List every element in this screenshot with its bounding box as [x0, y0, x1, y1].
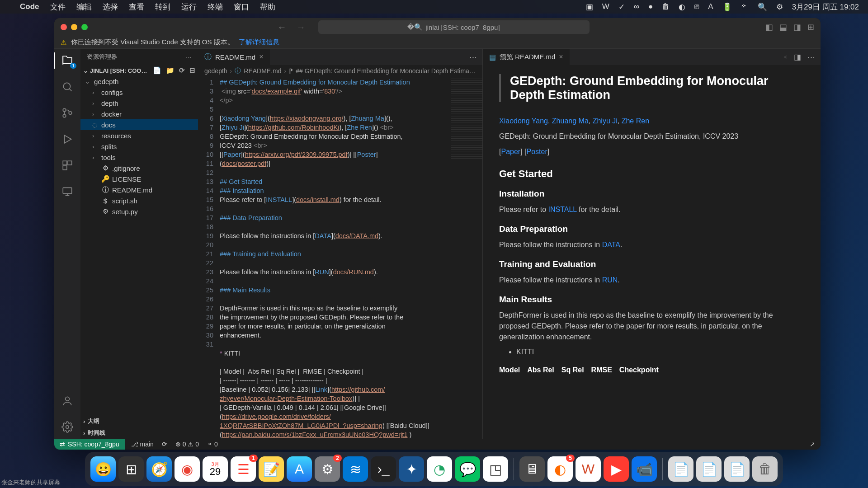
menu-view[interactable]: 查看: [129, 2, 144, 12]
dock-launchpad[interactable]: ⊞: [118, 456, 144, 482]
breadcrumb[interactable]: gedepth › ⓘ README.md › ⁋ ## GEDepth: Gr…: [198, 65, 482, 77]
status-icon-5[interactable]: ●: [648, 2, 653, 11]
status-icon-7[interactable]: ⎚: [694, 2, 699, 11]
dock-wps[interactable]: W: [576, 456, 601, 482]
dock-doc2[interactable]: 📄: [696, 456, 722, 482]
sidebar-more-icon[interactable]: ⋯: [186, 54, 192, 61]
author-link[interactable]: Zhuang Ma: [552, 117, 589, 125]
activity-explorer[interactable]: 1: [60, 53, 75, 68]
status-icon-3[interactable]: ✓: [618, 2, 625, 12]
dock-app2[interactable]: ◔: [427, 456, 452, 482]
breadcrumb-folder[interactable]: gedepth: [204, 67, 227, 75]
nav-back-icon[interactable]: ←: [278, 22, 287, 33]
layout-sidebar-left-icon[interactable]: ◧: [765, 22, 773, 32]
tree-item-script-sh[interactable]: $script.sh: [80, 195, 198, 206]
layout-panel-icon[interactable]: ⬓: [779, 22, 787, 32]
new-folder-icon[interactable]: 📁: [166, 66, 175, 75]
control-center-icon[interactable]: ⚙: [776, 2, 783, 12]
tab-readme[interactable]: ⓘ README.md ×: [198, 49, 270, 65]
dock-settings[interactable]: ⚙2: [315, 456, 340, 482]
dock-app6[interactable]: ▶: [604, 456, 629, 482]
activity-extensions[interactable]: [60, 158, 75, 173]
status-icon-4[interactable]: ∞: [634, 2, 639, 11]
timeline-section[interactable]: › 时间线: [80, 427, 198, 439]
tree-item--gitignore[interactable]: ⚙.gitignore: [80, 163, 198, 174]
author-link[interactable]: Zhe Ren: [622, 117, 649, 125]
command-center[interactable]: �🔍 jinlai [SSH: coop7_8gpu]: [318, 20, 590, 34]
dock-chrome[interactable]: ◉: [175, 456, 200, 482]
status-icon-2[interactable]: W: [602, 2, 609, 11]
activity-remote[interactable]: [60, 184, 75, 199]
window-close-button[interactable]: [61, 24, 67, 30]
dock-app5[interactable]: ◐5: [547, 456, 573, 482]
close-icon[interactable]: ×: [559, 53, 563, 61]
window-minimize-button[interactable]: [71, 24, 77, 30]
dock-notes[interactable]: 📝: [259, 456, 284, 482]
open-side-icon[interactable]: ◨: [794, 52, 801, 62]
menu-edit[interactable]: 编辑: [76, 2, 92, 12]
menu-terminal[interactable]: 终端: [208, 2, 223, 12]
dock-appstore[interactable]: A: [287, 456, 312, 482]
dock-app4[interactable]: 🖥: [519, 456, 545, 482]
layout-customize-icon[interactable]: ⊞: [807, 22, 814, 32]
code-editor[interactable]: 1345678910111213141516171819202122232425…: [198, 77, 482, 439]
battery-icon[interactable]: 🔋: [722, 2, 732, 12]
nav-forward-icon[interactable]: →: [297, 22, 306, 33]
activity-settings[interactable]: [60, 420, 75, 434]
activity-account[interactable]: [60, 394, 75, 408]
branch-indicator[interactable]: ⎇ main: [131, 441, 154, 448]
dock-zoom[interactable]: 📹: [632, 456, 657, 482]
feedback-icon[interactable]: ↗: [810, 441, 815, 448]
breadcrumb-file[interactable]: README.md: [244, 67, 281, 75]
new-file-icon[interactable]: 📄: [153, 66, 161, 75]
dock-safari[interactable]: 🧭: [146, 456, 172, 482]
activity-scm[interactable]: [60, 106, 75, 120]
window-maximize-button[interactable]: [81, 24, 88, 30]
breadcrumb-symbol[interactable]: ## GEDepth: Ground Embedding for Monocul…: [296, 67, 476, 75]
dock-app3[interactable]: ◳: [483, 456, 508, 482]
dock-doc3[interactable]: 📄: [724, 456, 750, 482]
tree-item-LICENSE[interactable]: 🔑LICENSE: [80, 174, 198, 184]
author-link[interactable]: Zhiyu Ji: [593, 117, 618, 125]
tree-item-setup-py[interactable]: ⚙setup.py: [80, 206, 198, 217]
tree-item-tools[interactable]: ›tools: [80, 152, 198, 163]
dock-wechat[interactable]: 💬: [455, 456, 480, 482]
layout-sidebar-right-icon[interactable]: ◨: [793, 22, 801, 32]
dock-trash[interactable]: 🗑: [752, 456, 778, 482]
collapse-icon[interactable]: ⊟: [189, 66, 195, 75]
activity-debug[interactable]: [60, 132, 75, 146]
wifi-icon[interactable]: ᯤ: [741, 2, 749, 11]
tree-item-depth[interactable]: ›depth: [80, 98, 198, 108]
poster-link[interactable]: Poster: [527, 148, 547, 155]
problems-indicator[interactable]: ⊗ 0 ⚠ 0: [175, 441, 199, 448]
more-icon[interactable]: ⋯: [807, 52, 815, 62]
run-link[interactable]: RUN: [602, 276, 618, 284]
author-link[interactable]: Xiaodong Yang: [499, 117, 548, 125]
trash-icon[interactable]: 🗑: [662, 2, 670, 11]
editor-more-icon[interactable]: ⋯: [469, 52, 477, 62]
tree-item-README-md[interactable]: ⓘREADME.md: [80, 184, 198, 195]
markdown-preview[interactable]: GEDepth: Ground Embedding for Monocular …: [483, 65, 821, 439]
menu-goto[interactable]: 转到: [155, 2, 170, 12]
remote-indicator[interactable]: ⇄ SSH: coop7_8gpu: [54, 439, 125, 450]
app-name[interactable]: Code: [20, 2, 39, 11]
activity-search[interactable]: [60, 80, 75, 94]
warning-link[interactable]: 了解详细信息: [239, 38, 279, 47]
close-icon[interactable]: ×: [259, 53, 263, 61]
sidebar-root[interactable]: ⌄ JINLAI [SSH: COOP7_... 📄 📁 ⟳ ⊟: [80, 65, 198, 76]
dock-terminal[interactable]: ›_: [371, 456, 396, 482]
tree-item-configs[interactable]: ›configs: [80, 87, 198, 98]
menu-select[interactable]: 选择: [103, 2, 118, 12]
tree-item-docker[interactable]: ›docker: [80, 108, 198, 119]
dock-finder[interactable]: 😀: [90, 456, 116, 482]
menu-window[interactable]: 窗口: [234, 2, 249, 12]
tree-item-resources[interactable]: ›resources: [80, 130, 198, 141]
refresh-icon[interactable]: ⟳: [179, 66, 185, 75]
menu-run[interactable]: 运行: [181, 2, 197, 12]
dock-app1[interactable]: ✦: [399, 456, 424, 482]
paper-link[interactable]: Paper: [501, 148, 520, 155]
tree-item-splits[interactable]: ›splits: [80, 141, 198, 152]
dock-doc1[interactable]: 📄: [668, 456, 693, 482]
menu-help[interactable]: 帮助: [260, 2, 275, 12]
sync-icon[interactable]: ⟳: [162, 441, 167, 448]
